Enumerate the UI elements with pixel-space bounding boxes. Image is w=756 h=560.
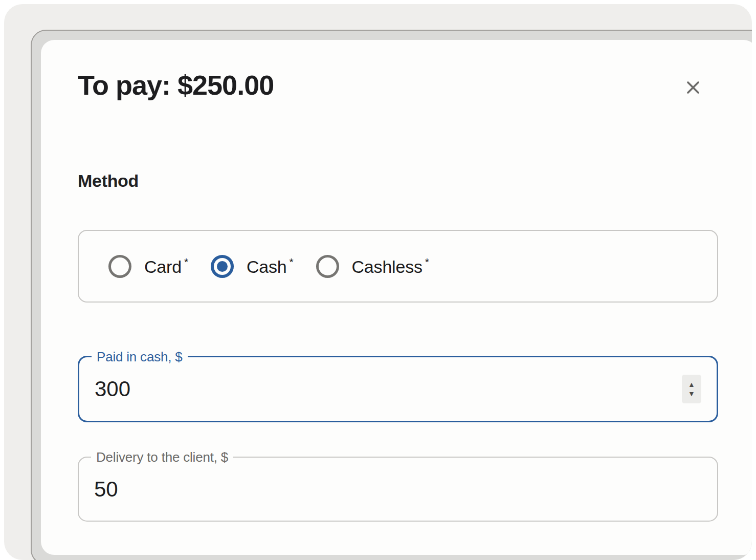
paid-in-cash-input[interactable] (95, 357, 606, 421)
radio-option-cash[interactable]: Cash* (211, 255, 294, 278)
spinner-down-icon[interactable]: ▼ (688, 391, 695, 397)
radio-option-cashless[interactable]: Cashless* (316, 255, 429, 278)
radio-dot (322, 261, 333, 272)
payment-modal: To pay: $250.00 Method Card* (41, 40, 752, 555)
required-asterisk: * (184, 256, 188, 268)
required-asterisk: * (425, 256, 429, 268)
close-button[interactable] (681, 76, 705, 100)
payment-modal-window: To pay: $250.00 Method Card* (31, 30, 752, 560)
radio-option-card[interactable]: Card* (108, 255, 188, 278)
delivery-to-client-input[interactable] (94, 458, 606, 521)
radio-label-cashless: Cashless* (352, 256, 429, 277)
payment-method-radio-group: Card* Cash* (78, 230, 718, 303)
number-spinner[interactable]: ▲ ▼ (682, 375, 701, 403)
required-asterisk: * (290, 256, 294, 268)
radio-label-card: Card* (144, 256, 188, 277)
method-section-label: Method (78, 171, 718, 191)
radio-dot (115, 261, 125, 272)
radio-dot (217, 261, 228, 272)
modal-title: To pay: $250.00 (78, 40, 718, 100)
radio-circle-card (108, 255, 131, 278)
close-icon (684, 78, 702, 98)
backdrop-panel: To pay: $250.00 Method Card* (4, 4, 752, 560)
delivery-to-client-field: Delivery to the client, $ (78, 457, 718, 522)
spinner-up-icon[interactable]: ▲ (688, 381, 695, 387)
paid-in-cash-field: Paid in cash, $ ▲ ▼ (78, 356, 718, 422)
screen: To pay: $250.00 Method Card* (0, 0, 756, 560)
radio-label-cash: Cash* (247, 256, 294, 277)
radio-circle-cashless (316, 255, 339, 278)
radio-circle-cash (211, 255, 234, 278)
